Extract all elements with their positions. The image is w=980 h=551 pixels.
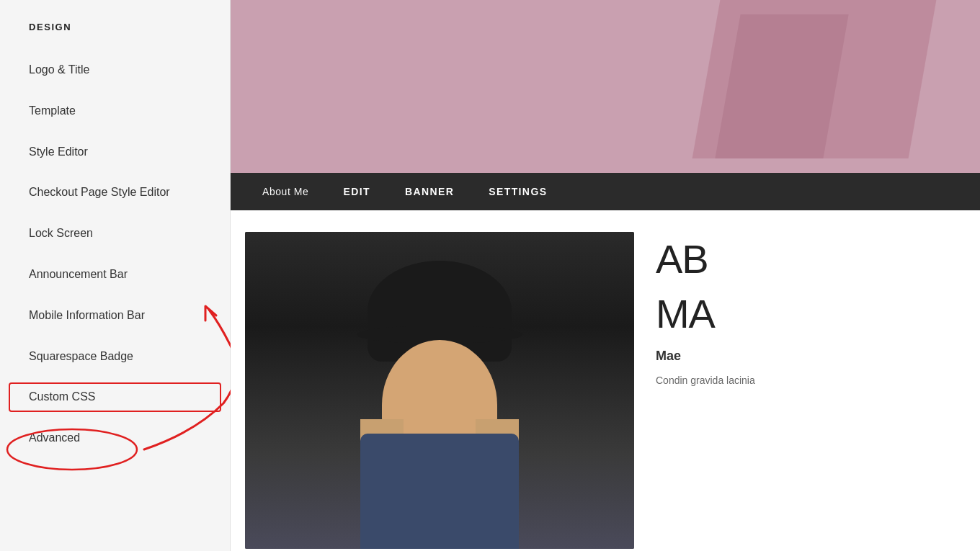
nav-item-edit[interactable]: EDIT	[326, 174, 388, 209]
sidebar-title: DESIGN	[0, 22, 230, 50]
content-below: AB MA Mae Condin gravida lacinia	[231, 210, 980, 551]
sidebar-item-custom-css[interactable]: Custom CSS	[0, 377, 230, 418]
text-content: AB MA Mae Condin gravida lacinia	[656, 232, 966, 551]
banner-area	[231, 0, 980, 173]
subheading: Mae	[656, 349, 966, 364]
sidebar: DESIGN Logo & TitleTemplateStyle EditorC…	[0, 0, 231, 551]
photo-bg	[245, 232, 634, 549]
main-content: About MeEDITBANNERSETTINGS AB MA Mae Con…	[231, 0, 980, 551]
body-text: Condin gravida lacinia	[656, 372, 966, 388]
heading-1: AB	[656, 239, 966, 279]
sidebar-nav: Logo & TitleTemplateStyle EditorCheckout…	[0, 50, 230, 551]
nav-item-banner[interactable]: BANNER	[388, 174, 471, 209]
page-nav: About MeEDITBANNERSETTINGS	[231, 173, 980, 210]
sidebar-item-announcement-bar[interactable]: Announcement Bar	[0, 254, 230, 295]
nav-item-settings[interactable]: SETTINGS	[471, 174, 564, 209]
heading-2: MA	[656, 294, 966, 334]
sidebar-item-advanced[interactable]: Advanced	[0, 418, 230, 459]
sidebar-item-template[interactable]: Template	[0, 91, 230, 132]
sidebar-item-mobile-info[interactable]: Mobile Information Bar	[0, 295, 230, 336]
jacket	[360, 434, 519, 549]
sidebar-item-lock-screen[interactable]: Lock Screen	[0, 213, 230, 254]
sidebar-item-checkout-page[interactable]: Checkout Page Style Editor	[0, 172, 230, 213]
photo-container	[245, 232, 634, 549]
person-figure	[339, 246, 540, 549]
sidebar-item-style-editor[interactable]: Style Editor	[0, 132, 230, 173]
sidebar-item-squarespace-badge[interactable]: Squarespace Badge	[0, 336, 230, 377]
nav-item-about-me[interactable]: About Me	[245, 174, 326, 209]
sidebar-item-logo-title[interactable]: Logo & Title	[0, 50, 230, 91]
